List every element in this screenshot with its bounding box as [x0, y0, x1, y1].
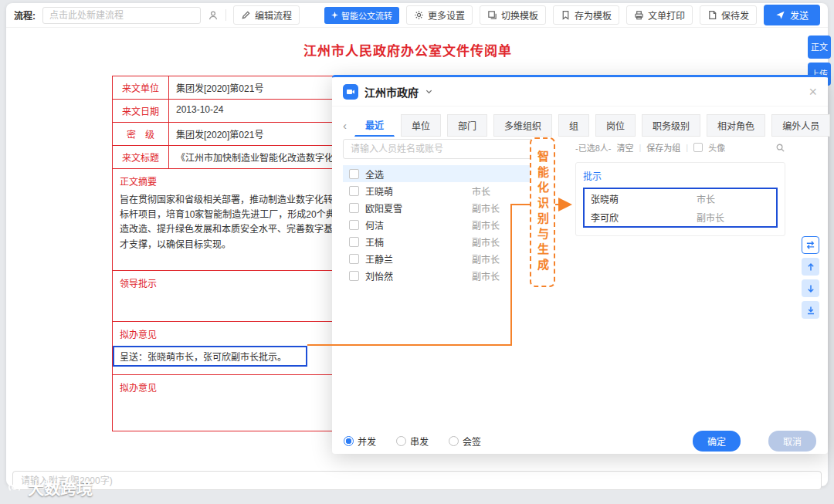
- person-row[interactable]: 王静兰 副市长: [343, 250, 537, 267]
- selected-search-icon[interactable]: [775, 143, 785, 153]
- scroll-up-icon[interactable]: [802, 258, 819, 276]
- selected-group-label: 批示: [583, 169, 778, 182]
- person-name: 何洁: [365, 218, 466, 232]
- save-as-template-button[interactable]: 存为模板: [553, 5, 619, 25]
- selected-controls: -已选8人- 清空 | 保存为组 | 头像: [575, 140, 785, 154]
- selected-count: -已选8人-: [575, 141, 611, 154]
- tab-department[interactable]: 部门: [447, 114, 487, 137]
- cancel-button[interactable]: 取消: [768, 431, 816, 452]
- tab-job-level[interactable]: 职务级别: [642, 114, 700, 137]
- select-all-checkbox[interactable]: [349, 169, 359, 179]
- person-picker-dialog: 江州市政府 × ‹ 最近 单位 部门 多维组织 组 岗位 职务级别 相对角色 编…: [332, 75, 828, 454]
- tab-unit[interactable]: 单位: [401, 114, 441, 137]
- person-icon: [208, 10, 219, 21]
- edit-flow-button[interactable]: 编辑流程: [233, 5, 300, 25]
- more-settings-button[interactable]: 更多设置: [406, 5, 473, 25]
- main-window: 流程: 编辑流程 智能公文流转 更多设置: [6, 3, 828, 486]
- sparkle-icon: [331, 12, 338, 19]
- postscript-input[interactable]: [12, 471, 822, 490]
- radio-dot: [344, 436, 354, 446]
- field-label: 密 级: [113, 123, 169, 145]
- document-title: 江州市人民政府办公室文件传阅单: [6, 40, 809, 59]
- person-list: 全选 王晓萌 市长 欧阳夏雪 副市长 何洁 副市长: [343, 165, 537, 284]
- selected-person-row[interactable]: 李可欣 副市长: [585, 208, 776, 226]
- avatar-label: 头像: [708, 141, 725, 154]
- person-checkbox[interactable]: [349, 186, 359, 196]
- person-list-pane: 全选 王晓萌 市长 欧阳夏雪 副市长 何洁 副市长: [343, 139, 537, 284]
- person-checkbox[interactable]: [349, 254, 359, 264]
- opinion-highlight-box[interactable]: 呈送：张晓萌市长，张可欣副市长批示。: [113, 346, 307, 367]
- person-role: 副市长: [472, 235, 500, 249]
- radio-serial[interactable]: 串发: [396, 435, 429, 448]
- person-checkbox[interactable]: [349, 203, 359, 213]
- edit-icon: [241, 10, 251, 20]
- org-tab-bar: ‹ 最近 单位 部门 多维组织 组 岗位 职务级别 相对角色 编外人员 ›: [332, 107, 828, 137]
- main-text-tab-button[interactable]: 正文: [808, 36, 831, 59]
- smart-flow-badge[interactable]: 智能公文流转: [324, 7, 399, 24]
- annotation-callout: 智能化识别与生成: [530, 137, 555, 287]
- tab-group[interactable]: 组: [558, 114, 589, 137]
- select-all-row[interactable]: 全选: [343, 165, 537, 182]
- field-label: 来文单位: [113, 76, 169, 99]
- select-all-label: 全选: [365, 167, 466, 181]
- person-row[interactable]: 刘怡然 副市长: [343, 267, 537, 284]
- printer-icon: [634, 10, 644, 20]
- field-label: 来文标题: [113, 146, 169, 168]
- flow-label: 流程:: [14, 8, 36, 22]
- clear-selection-button[interactable]: 清空: [616, 141, 633, 154]
- tab-recent[interactable]: 最近: [354, 113, 395, 137]
- save-as-group-button[interactable]: 保存为组: [646, 141, 680, 154]
- close-icon[interactable]: ×: [809, 85, 817, 99]
- org-name[interactable]: 江州市政府: [364, 84, 419, 100]
- person-name: 王静兰: [365, 252, 466, 266]
- person-checkbox[interactable]: [349, 220, 359, 230]
- switch-template-icon: [487, 10, 497, 20]
- send-plane-icon: [775, 10, 785, 20]
- controls-divider: |: [686, 143, 688, 152]
- person-row[interactable]: 王晓萌 市长: [343, 182, 537, 199]
- selected-pane: -已选8人- 清空 | 保存为组 | 头像 批示 张晓萌 市长: [575, 140, 785, 236]
- top-toolbar: 流程: 编辑流程 智能公文流转 更多设置: [6, 3, 828, 28]
- tab-multidim-org[interactable]: 多维组织: [493, 114, 552, 137]
- person-search-input[interactable]: [343, 139, 537, 159]
- person-row[interactable]: 王楠 副市长: [343, 233, 537, 250]
- dialog-footer: 并发 串发 会签 确定 取消: [332, 431, 828, 451]
- selected-person-name: 张晓萌: [591, 192, 697, 205]
- confirm-button[interactable]: 确定: [693, 431, 741, 452]
- radio-parallel[interactable]: 并发: [344, 435, 376, 448]
- person-row[interactable]: 何洁 副市长: [343, 216, 537, 233]
- tabs-scroll-left-icon[interactable]: ‹: [341, 119, 348, 132]
- switch-template-button[interactable]: 切换模板: [480, 5, 546, 25]
- selected-highlight-box: 张晓萌 市长 李可欣 副市长: [583, 188, 778, 228]
- radio-dot: [396, 436, 406, 446]
- selected-person-row[interactable]: 张晓萌 市长: [585, 189, 776, 208]
- person-role: 副市长: [472, 252, 500, 266]
- org-logo-icon: [343, 84, 358, 100]
- person-name: 王楠: [365, 235, 466, 249]
- dialog-header: 江州市政府 ×: [332, 77, 828, 107]
- person-checkbox[interactable]: [349, 237, 359, 247]
- controls-divider: |: [639, 143, 641, 152]
- save-pending-button[interactable]: 保待发: [700, 5, 757, 25]
- print-button[interactable]: 文单打印: [626, 5, 693, 25]
- flow-name-input[interactable]: [42, 7, 201, 24]
- floating-actions: [802, 236, 819, 319]
- radio-countersign[interactable]: 会签: [449, 435, 481, 448]
- tab-relative-role[interactable]: 相对角色: [707, 114, 765, 137]
- swap-icon[interactable]: [802, 236, 819, 254]
- person-name: 刘怡然: [365, 269, 466, 282]
- chevron-down-icon[interactable]: [425, 87, 433, 96]
- radio-label: 并发: [358, 435, 376, 448]
- scroll-down-icon[interactable]: [802, 279, 819, 297]
- radio-dot: [449, 436, 459, 446]
- tab-position[interactable]: 岗位: [595, 114, 636, 137]
- avatar-checkbox[interactable]: [693, 143, 703, 152]
- tab-external-staff[interactable]: 编外人员: [771, 114, 830, 137]
- person-name: 欧阳夏雪: [365, 201, 466, 215]
- bookmark-icon: [561, 10, 571, 20]
- person-row[interactable]: 欧阳夏雪 副市长: [343, 199, 537, 216]
- send-button[interactable]: 发送: [764, 5, 820, 25]
- person-role: 副市长: [472, 269, 500, 282]
- person-checkbox[interactable]: [349, 271, 359, 281]
- download-icon[interactable]: [802, 301, 819, 319]
